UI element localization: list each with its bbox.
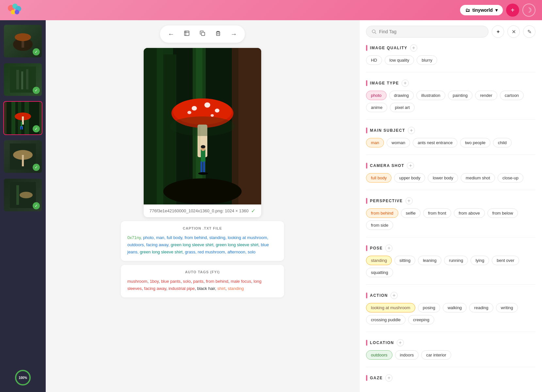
add-image-quality-button[interactable]: + <box>410 44 417 52</box>
tag-from-side[interactable]: from side <box>366 220 393 230</box>
sidebar-item[interactable]: ✓ <box>3 178 42 212</box>
tag-close-up[interactable]: close-up <box>498 173 523 183</box>
sidebar-item-active[interactable]: ✓ <box>3 101 42 135</box>
svg-line-62 <box>375 33 376 34</box>
section-action: ACTION + looking at mushroom posing walk… <box>366 292 535 324</box>
svg-rect-13 <box>11 102 15 134</box>
svg-rect-9 <box>16 70 19 89</box>
tag-lower-body[interactable]: lower body <box>428 173 458 183</box>
tag-two-people[interactable]: two people <box>460 138 490 147</box>
svg-rect-29 <box>184 31 189 36</box>
tag-crossing-puddle[interactable]: crossing puddle <box>366 315 406 324</box>
svg-rect-43 <box>238 48 261 204</box>
section-title-pose: POSE <box>370 246 383 250</box>
tag-lying[interactable]: lying <box>470 256 489 265</box>
tag-walking[interactable]: walking <box>443 303 467 312</box>
add-perspective-button[interactable]: + <box>406 197 413 204</box>
section-main-subject: MAIN SUBJECT + man woman ants nest entra… <box>366 127 535 147</box>
sidebar-item[interactable]: ✓ <box>3 24 42 58</box>
add-main-subject-button[interactable]: + <box>408 127 415 134</box>
tag-posing[interactable]: posing <box>418 303 440 312</box>
tag-from-below[interactable]: from below <box>487 208 518 218</box>
tag-outdoors[interactable]: outdoors <box>366 350 392 360</box>
search-row: ✦ ✕ ✎ <box>366 25 535 38</box>
add-action-button[interactable]: + <box>391 292 398 299</box>
add-camera-shot-button[interactable]: + <box>407 162 414 169</box>
tag-photo[interactable]: photo <box>366 91 387 100</box>
svg-rect-19 <box>20 126 21 129</box>
tag-low-quality[interactable]: low quality <box>385 55 414 65</box>
tag-child[interactable]: child <box>493 138 512 147</box>
section-bar <box>366 245 367 251</box>
tag-render[interactable]: render <box>475 91 497 100</box>
search-input[interactable] <box>379 29 483 34</box>
tag-drawing[interactable]: drawing <box>389 91 414 100</box>
tag-man[interactable]: man <box>366 138 384 147</box>
tag-writing[interactable]: writing <box>496 303 518 312</box>
add-pose-button[interactable]: + <box>385 245 392 252</box>
tag-painting[interactable]: painting <box>448 91 473 100</box>
tag-leaning[interactable]: leaning <box>418 256 441 265</box>
toolbar: ← <box>160 25 245 43</box>
tag-pixel-art[interactable]: pixel art <box>390 103 415 112</box>
action-tags: looking at mushroom posing walking readi… <box>366 303 535 324</box>
forward-button[interactable]: → <box>229 29 238 39</box>
tag-ants-nest[interactable]: ants nest entrance <box>413 138 457 147</box>
autotags-box: AUTO TAGS (FYI) mushroom, 1boy, blue pan… <box>121 265 284 297</box>
tag-full-body[interactable]: full body <box>366 173 391 183</box>
section-bar <box>366 45 367 51</box>
tag-standing[interactable]: standing <box>366 256 392 265</box>
workspace-icon: 🗂 <box>465 8 470 13</box>
tag-from-front[interactable]: from front <box>423 208 451 218</box>
tag-anime[interactable]: anime <box>366 103 387 112</box>
add-button[interactable]: + <box>506 4 519 17</box>
svg-point-48 <box>204 102 210 108</box>
theme-toggle-button[interactable]: ☽ <box>522 4 535 17</box>
tag-reading[interactable]: reading <box>469 303 493 312</box>
check-icon: ✓ <box>33 202 40 209</box>
svg-rect-25 <box>16 185 19 205</box>
add-image-type-button[interactable]: + <box>402 80 409 87</box>
crop-button[interactable] <box>182 29 191 39</box>
tag-looking-at-mushroom[interactable]: looking at mushroom <box>366 303 415 312</box>
section-bar <box>366 128 367 133</box>
tag-selfie[interactable]: selfie <box>401 208 421 218</box>
tag-from-above[interactable]: from above <box>454 208 485 218</box>
section-title-camera-shot: CAMERA SHOT <box>370 163 404 168</box>
tag-bent-over[interactable]: bent over <box>492 256 519 265</box>
tag-woman[interactable]: woman <box>387 138 410 147</box>
tag-car-interior[interactable]: car interior <box>421 350 451 360</box>
add-location-button[interactable]: + <box>397 339 404 346</box>
tag-from-behind[interactable]: from behind <box>366 208 398 218</box>
image-type-tags: photo drawing illustration painting rend… <box>366 91 535 112</box>
tag-indoors[interactable]: indoors <box>395 350 419 360</box>
section-gaze: GAZE + <box>366 374 535 385</box>
tag-upper-body[interactable]: upper body <box>394 173 425 183</box>
svg-point-4 <box>15 10 19 14</box>
add-gaze-button[interactable]: + <box>385 374 392 382</box>
tag-medium-shot[interactable]: medium shot <box>461 173 495 183</box>
section-header-camera-shot: CAMERA SHOT + <box>366 162 535 169</box>
magic-button[interactable]: ✦ <box>492 25 504 38</box>
tag-sitting[interactable]: sitting <box>394 256 415 265</box>
tag-blurry[interactable]: blurry <box>417 55 437 65</box>
tag-illustration[interactable]: illustration <box>416 91 445 100</box>
close-button[interactable]: ✕ <box>507 25 520 38</box>
back-button[interactable]: ← <box>167 29 176 39</box>
edit-button[interactable]: ✎ <box>523 25 535 38</box>
sidebar-item[interactable]: ✓ <box>3 63 42 97</box>
autotags-title: AUTO TAGS (FYI) <box>127 270 278 274</box>
tag-hd[interactable]: HD <box>366 55 382 65</box>
sidebar-item[interactable]: ✓ <box>3 140 42 173</box>
tag-creeping[interactable]: creeping <box>408 315 434 324</box>
section-bar <box>366 340 367 346</box>
section-bar <box>366 163 367 169</box>
progress-label: 100% <box>19 376 27 380</box>
delete-button[interactable] <box>214 29 223 39</box>
tag-squatting[interactable]: squatting <box>366 268 393 277</box>
tag-running[interactable]: running <box>444 256 468 265</box>
workspace-button[interactable]: 🗂 tinyworld ▾ <box>460 5 503 15</box>
svg-point-49 <box>215 109 219 113</box>
copy-button[interactable] <box>198 29 207 39</box>
tag-cartoon[interactable]: cartoon <box>500 91 524 100</box>
